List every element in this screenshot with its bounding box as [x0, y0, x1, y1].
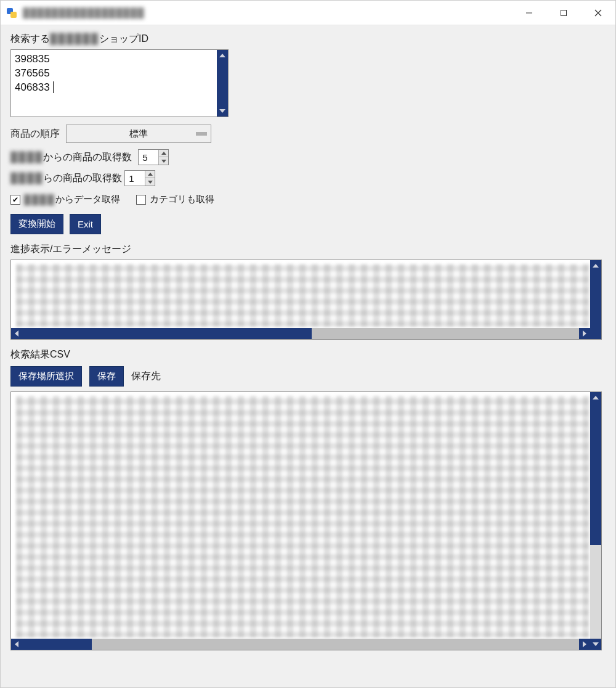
scroll-right-icon[interactable]	[579, 328, 590, 339]
scroll-right-icon[interactable]	[579, 639, 590, 650]
fetch1-suffix: からの商品の取得数	[43, 152, 132, 162]
fetch1-label: ████からの商品の取得数	[10, 151, 132, 164]
cb1-blur: ████	[24, 194, 55, 205]
save-button[interactable]: 保存	[89, 366, 124, 387]
scroll-up-icon[interactable]	[590, 260, 601, 271]
csv-output[interactable]	[10, 391, 602, 650]
scroll-down-icon[interactable]	[217, 105, 228, 117]
category-fetch-checkbox[interactable]	[136, 195, 146, 205]
scroll-thumb[interactable]	[22, 639, 92, 650]
fetch2-suffix: らの商品の取得数	[43, 173, 122, 183]
scrollbar-vertical[interactable]	[217, 50, 228, 117]
fetch1-spinner[interactable]: 5	[138, 149, 169, 165]
close-button[interactable]	[581, 1, 615, 25]
scroll-corner	[590, 328, 601, 339]
csv-label: 検索結果CSV	[10, 348, 606, 361]
fetch2-blur: ████	[10, 173, 43, 183]
spin-up-icon[interactable]	[145, 171, 155, 178]
titlebar: █████████████████	[1, 1, 615, 25]
shop-id-label: 検索する██████ショップID	[10, 33, 606, 46]
order-dropdown-value: 標準	[129, 128, 148, 140]
progress-log[interactable]	[10, 260, 602, 340]
shop-id-label-blur: ██████	[50, 33, 99, 44]
shop-id-line: 406833	[15, 81, 216, 95]
spin-up-icon[interactable]	[158, 150, 168, 157]
fetch1-blur: ████	[10, 152, 43, 162]
choose-dest-button[interactable]: 保存場所選択	[10, 366, 82, 387]
minimize-button[interactable]	[512, 1, 546, 25]
shop-id-label-prefix: 検索する	[10, 33, 50, 44]
scroll-left-icon[interactable]	[11, 328, 22, 339]
order-dropdown[interactable]: 標準	[66, 125, 211, 143]
start-button[interactable]: 変換開始	[10, 214, 63, 234]
scrollbar-vertical[interactable]	[590, 260, 601, 339]
scroll-thumb[interactable]	[217, 61, 228, 105]
scroll-thumb[interactable]	[590, 271, 601, 328]
data-fetch-checkbox[interactable]	[10, 195, 20, 205]
scroll-thumb[interactable]	[590, 403, 601, 545]
client-area: 検索する██████ショップID 398835 376565 406833 商品…	[1, 25, 615, 687]
shop-id-label-suffix: ショップID	[99, 33, 148, 44]
maximize-button[interactable]	[546, 1, 581, 25]
order-label: 商品の順序	[10, 128, 60, 141]
spin-down-icon[interactable]	[158, 157, 168, 165]
app-icon	[6, 7, 18, 19]
scroll-up-icon[interactable]	[590, 392, 601, 403]
fetch2-value: 1	[129, 173, 134, 184]
data-fetch-checkbox-wrap[interactable]: ████からデータ取得	[10, 194, 120, 205]
category-fetch-checkbox-wrap[interactable]: カテゴリも取得	[136, 194, 214, 205]
fetch2-label: ████らの商品の取得数	[10, 172, 122, 185]
app-window: █████████████████ 検索する██████ショップID 39883…	[0, 0, 616, 688]
svg-rect-1	[561, 10, 567, 15]
chevron-down-icon	[196, 132, 207, 136]
shop-id-line: 376565	[15, 67, 216, 81]
window-controls	[512, 1, 615, 25]
fetch2-spinner[interactable]: 1	[124, 170, 155, 186]
shop-id-line: 398835	[15, 52, 216, 67]
scrollbar-horizontal[interactable]	[11, 328, 590, 339]
scrollbar-vertical[interactable]	[590, 392, 601, 650]
scroll-left-icon[interactable]	[11, 639, 22, 650]
text-caret-icon	[51, 81, 54, 93]
window-title: █████████████████	[23, 7, 145, 18]
fetch1-value: 5	[142, 152, 147, 163]
log-content-obscured	[16, 264, 589, 327]
shop-id-input[interactable]: 398835 376565 406833	[10, 49, 229, 117]
scroll-up-icon[interactable]	[217, 50, 228, 61]
cb2-label: カテゴリも取得	[150, 194, 214, 205]
dest-label: 保存先	[131, 370, 161, 383]
scrollbar-horizontal[interactable]	[11, 639, 590, 650]
progress-label: 進捗表示/エラーメッセージ	[10, 243, 606, 256]
exit-button[interactable]: Exit	[70, 214, 101, 234]
spin-down-icon[interactable]	[145, 178, 155, 186]
scroll-down-icon[interactable]	[590, 639, 601, 650]
scroll-thumb[interactable]	[22, 328, 312, 339]
cb1-suffix: からデータ取得	[55, 194, 120, 205]
csv-content-obscured	[16, 396, 589, 637]
